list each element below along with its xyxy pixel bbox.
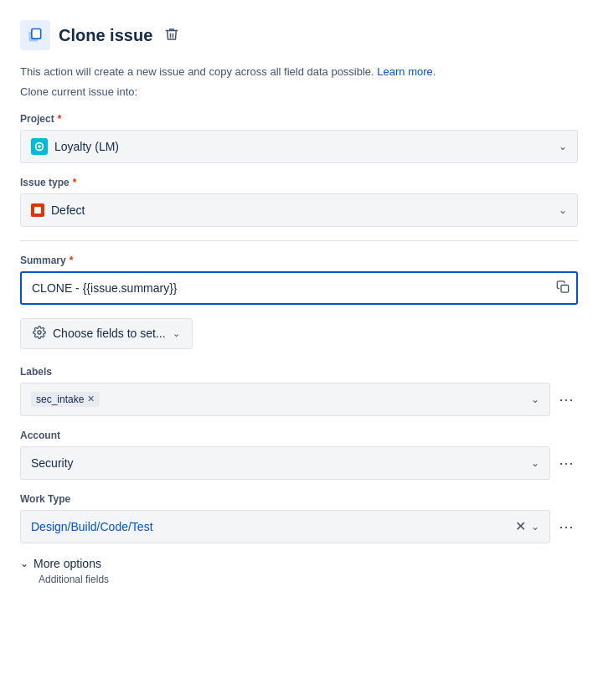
labels-select[interactable]: sec_intake ✕ ⌄ (20, 383, 550, 416)
work-type-field-group: Work Type Design/Build/Code/Test ✕ ⌄ ⋯ (20, 493, 578, 543)
summary-label: Summary * (20, 255, 578, 266)
issue-type-chevron-icon: ⌄ (559, 204, 567, 216)
choose-fields-chevron-icon: ⌄ (173, 328, 180, 339)
project-required: * (58, 113, 62, 125)
delete-icon[interactable] (164, 27, 179, 44)
work-type-value: Design/Build/Code/Test (31, 520, 153, 533)
account-field-group: Account Security ⌄ ⋯ (20, 430, 578, 480)
learn-more-link[interactable]: Learn more. (377, 65, 436, 78)
tag-close-icon[interactable]: ✕ (87, 394, 95, 404)
more-options-toggle[interactable]: ⌄ More options (20, 557, 578, 570)
project-icon (31, 138, 48, 155)
svg-rect-1 (32, 29, 41, 39)
choose-fields-button[interactable]: Choose fields to set... ⌄ (20, 318, 193, 349)
labels-chevron-icon: ⌄ (531, 394, 539, 405)
label-tag: sec_intake ✕ (31, 392, 100, 407)
project-value: Loyalty (LM) (54, 140, 119, 153)
labels-more-options[interactable]: ⋯ (555, 387, 578, 412)
summary-input[interactable] (20, 271, 578, 305)
defect-icon (31, 203, 44, 217)
issue-type-value: Defect (51, 203, 85, 217)
choose-fields-label: Choose fields to set... (53, 327, 166, 340)
issue-type-select[interactable]: Defect ⌄ (20, 193, 578, 227)
summary-field-group: Summary * (20, 255, 578, 305)
additional-fields-label: Additional fields (39, 574, 578, 585)
summary-wrapper (20, 271, 578, 305)
svg-point-3 (38, 145, 41, 148)
account-chevron-icon: ⌄ (531, 457, 539, 469)
page-title: Clone issue (59, 26, 152, 45)
issue-type-required: * (73, 177, 77, 188)
clone-into-label: Clone current issue into: (20, 85, 578, 98)
info-description: This action will create a new issue and … (20, 64, 578, 80)
summary-required: * (70, 255, 74, 266)
project-select[interactable]: Loyalty (LM) ⌄ (20, 130, 578, 163)
svg-rect-4 (34, 207, 41, 214)
work-type-select[interactable]: Design/Build/Code/Test ✕ ⌄ (20, 510, 550, 543)
gear-icon (33, 326, 46, 342)
more-options-label: More options (34, 557, 101, 570)
svg-rect-5 (561, 285, 569, 292)
account-row: Security ⌄ ⋯ (20, 446, 578, 480)
project-label: Project * (20, 113, 578, 125)
project-chevron-icon: ⌄ (559, 141, 567, 152)
svg-point-6 (38, 331, 41, 334)
work-type-label: Work Type (20, 493, 578, 505)
account-label: Account (20, 430, 578, 441)
account-value: Security (31, 456, 74, 470)
labels-row: sec_intake ✕ ⌄ ⋯ (20, 383, 578, 416)
summary-copy-icon (556, 280, 570, 296)
project-field-group: Project * Loyalty (LM) ⌄ (20, 113, 578, 163)
work-type-row: Design/Build/Code/Test ✕ ⌄ ⋯ (20, 510, 578, 543)
clone-icon (20, 20, 50, 50)
issue-type-field-group: Issue type * Defect ⌄ (20, 177, 578, 227)
account-more-options[interactable]: ⋯ (555, 450, 578, 476)
work-type-more-options[interactable]: ⋯ (555, 514, 578, 539)
more-options-chevron-icon: ⌄ (20, 558, 28, 569)
labels-label: Labels (20, 366, 578, 378)
work-type-chevron-icon: ⌄ (531, 521, 539, 533)
work-type-clear-icon[interactable]: ✕ (515, 518, 526, 534)
labels-field-group: Labels sec_intake ✕ ⌄ ⋯ (20, 366, 578, 416)
account-select[interactable]: Security ⌄ (20, 446, 550, 480)
page-header: Clone issue (20, 20, 578, 50)
issue-type-label: Issue type * (20, 177, 578, 188)
separator (20, 240, 578, 241)
